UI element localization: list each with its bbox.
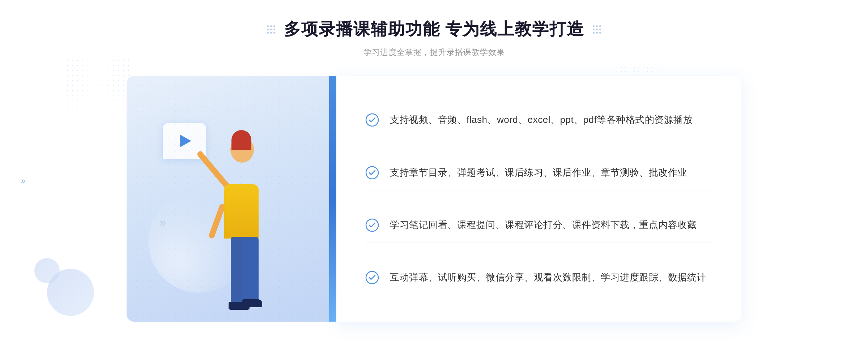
feature-text-1: 支持视频、音频、flash、word、excel、ppt、pdf等各种格式的资源… [390,112,693,128]
person-pants-right [243,237,259,302]
feature-text-3: 学习笔记回看、课程提问、课程评论打分、课件资料下载，重点内容收藏 [390,218,697,233]
dots-decorator-left [267,25,275,34]
main-content: » 支持视频、音频、flash、word、excel、ppt、pdf等各种格式的… [127,76,741,322]
illustration-card: » [127,76,336,322]
left-arrows: » [21,177,25,185]
bg-dots-left [65,58,130,123]
title-section: 多项录播课辅助功能 专为线上教学打造 [267,18,601,40]
chevron-icon: » [21,177,25,185]
features-panel: 支持视频、音频、flash、word、excel、ppt、pdf等各种格式的资源… [336,76,741,322]
person-shoe-right [242,299,262,307]
feature-item-3: 学习笔记回看、课程提问、课程评论打分、课件资料下载，重点内容收藏 [365,207,712,243]
feature-text-4: 互动弹幕、试听购买、微信分享、观看次数限制、学习进度跟踪、数据统计 [390,270,706,285]
svg-point-3 [366,271,378,284]
page-title: 多项录播课辅助功能 专为线上教学打造 [284,18,584,40]
check-icon-1 [365,113,379,127]
dots-decorator-right [593,25,601,34]
feature-item-4: 互动弹幕、试听购买、微信分享、观看次数限制、学习进度跟踪、数据统计 [365,260,712,295]
page-container: » 多项录播课辅助功能 专为线上教学打造 [0,0,868,352]
svg-point-1 [366,167,378,179]
check-icon-4 [365,271,379,284]
svg-point-2 [366,219,378,231]
person-torso [224,184,259,239]
check-icon-3 [365,218,379,232]
feature-item-2: 支持章节目录、弹题考试、课后练习、课后作业、章节测验、批改作业 [365,155,712,191]
feature-item-1: 支持视频、音频、flash、word、excel、ppt、pdf等各种格式的资源… [365,102,712,138]
check-icon-2 [365,166,379,180]
person-hair [231,130,251,150]
deco-circle-small [34,258,60,283]
feature-text-2: 支持章节目录、弹题考试、课后练习、课后作业、章节测验、批改作业 [390,165,687,180]
svg-point-0 [366,114,378,126]
page-subtitle: 学习进度全掌握，提升录播课教学效果 [363,47,505,58]
